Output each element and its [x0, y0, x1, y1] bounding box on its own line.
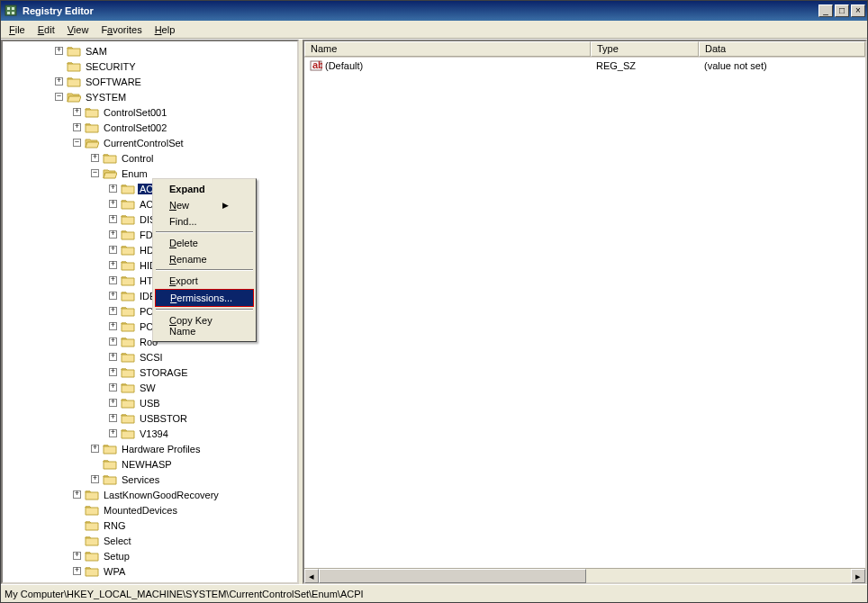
scroll-thumb[interactable]: [319, 569, 586, 583]
expand-icon[interactable]: +: [109, 200, 117, 208]
collapse-icon[interactable]: −: [91, 169, 99, 177]
column-data[interactable]: Data: [699, 41, 865, 57]
menu-edit[interactable]: Edit: [32, 22, 61, 37]
menu-help[interactable]: Help: [149, 22, 182, 37]
tree-label: NEWHASP: [120, 459, 174, 470]
spacer-icon: [73, 536, 81, 544]
statusbar: My Computer\HKEY_LOCAL_MACHINE\SYSTEM\Cu…: [1, 584, 867, 602]
tree-item-rng[interactable]: RNG: [5, 518, 297, 533]
tree-item-controlset002[interactable]: +ControlSet002: [5, 120, 297, 135]
expand-icon[interactable]: +: [109, 353, 117, 361]
expand-icon[interactable]: +: [109, 246, 117, 254]
tree-item-v1394[interactable]: +V1394: [5, 426, 297, 441]
list-body[interactable]: (Default) REG_SZ (value not set): [304, 58, 865, 568]
folder-icon: [121, 183, 135, 194]
expand-icon[interactable]: +: [37, 582, 45, 584]
expand-icon[interactable]: +: [109, 429, 117, 437]
scroll-right-button[interactable]: ▸: [851, 569, 865, 583]
folder-icon: [103, 443, 117, 454]
minimize-button[interactable]: _: [818, 4, 833, 17]
expand-icon[interactable]: +: [109, 307, 117, 315]
tree-label: USBSTOR: [138, 413, 189, 424]
scroll-left-button[interactable]: ◂: [304, 569, 319, 583]
expand-icon[interactable]: +: [73, 490, 81, 499]
expand-icon[interactable]: +: [91, 154, 99, 162]
ctx-export[interactable]: Export: [155, 273, 254, 289]
tree-item-hkey-users[interactable]: +HKEY_USERS: [5, 579, 297, 584]
tree-item-select[interactable]: Select: [5, 533, 297, 548]
maximize-button[interactable]: □: [835, 4, 849, 17]
folder-icon: [121, 366, 135, 378]
expand-icon[interactable]: +: [91, 475, 99, 483]
expand-icon[interactable]: +: [73, 123, 81, 131]
tree-label: Enum: [120, 168, 149, 179]
tree-item-usbstor[interactable]: +USBSTOR: [5, 410, 297, 426]
expand-icon[interactable]: +: [109, 399, 117, 407]
expand-icon[interactable]: +: [109, 338, 117, 346]
horizontal-scrollbar[interactable]: ◂ ▸: [304, 568, 865, 582]
menu-file[interactable]: File: [3, 22, 32, 37]
tree-item-software[interactable]: +SOFTWARE: [5, 74, 297, 89]
tree-item-currentcontrolset[interactable]: −CurrentControlSet: [5, 135, 297, 150]
ctx-rename[interactable]: Rename: [155, 251, 254, 267]
tree-item-sw[interactable]: +SW: [5, 380, 297, 395]
expand-icon[interactable]: +: [109, 368, 117, 376]
expand-icon[interactable]: +: [73, 108, 81, 116]
collapse-icon[interactable]: −: [73, 139, 81, 147]
ctx-find[interactable]: Find...: [155, 213, 254, 230]
tree-item-newhasp[interactable]: NEWHASP: [5, 456, 297, 472]
ctx-permissions[interactable]: Permissions...: [156, 290, 253, 306]
ctx-expand[interactable]: Expand: [155, 181, 254, 197]
tree-label: SW: [138, 382, 158, 393]
tree-item-controlset001[interactable]: +ControlSet001: [5, 104, 297, 120]
tree-item-services[interactable]: +Services: [5, 472, 297, 487]
expand-icon[interactable]: +: [73, 552, 81, 560]
tree-item-system[interactable]: −SYSTEM: [5, 89, 297, 104]
expand-icon[interactable]: +: [109, 414, 117, 422]
tree-item-wpa[interactable]: +WPA: [5, 563, 297, 579]
expand-icon[interactable]: +: [55, 47, 63, 55]
tree-item-scsi[interactable]: +SCSI: [5, 349, 297, 364]
ctx-copy-key-name[interactable]: Copy Key Name: [155, 312, 254, 339]
expand-icon[interactable]: +: [55, 77, 63, 86]
titlebar: Registry Editor _ □ ×: [1, 1, 867, 21]
expand-icon[interactable]: +: [109, 184, 117, 193]
cell-name: (Default): [304, 58, 591, 73]
tree-label: MountedDevices: [102, 505, 179, 516]
expand-icon[interactable]: +: [109, 276, 117, 284]
folder-icon: [121, 274, 135, 286]
menu-view[interactable]: View: [61, 22, 95, 37]
tree-item-mounteddevices[interactable]: MountedDevices: [5, 502, 297, 518]
menu-favorites[interactable]: Favorites: [95, 22, 148, 37]
ctx-new[interactable]: New▶: [155, 197, 254, 213]
close-button[interactable]: ×: [851, 4, 865, 17]
tree-item-control[interactable]: +Control: [5, 150, 297, 166]
status-path: My Computer\HKEY_LOCAL_MACHINE\SYSTEM\Cu…: [5, 589, 364, 599]
folder-icon: [103, 458, 117, 470]
tree-item-sam[interactable]: +SAM: [5, 43, 297, 58]
column-name[interactable]: Name: [304, 41, 591, 57]
table-row[interactable]: (Default) REG_SZ (value not set): [304, 58, 865, 73]
expand-icon[interactable]: +: [109, 383, 117, 392]
expand-icon[interactable]: +: [109, 215, 117, 223]
collapse-icon[interactable]: −: [55, 93, 63, 101]
expand-icon[interactable]: +: [109, 322, 117, 330]
tree-item-security[interactable]: SECURITY: [5, 58, 297, 74]
tree-item-hardware-profiles[interactable]: +Hardware Profiles: [5, 441, 297, 456]
context-menu[interactable]: Expand New▶ Find... Delete Rename Export…: [152, 178, 257, 342]
spacer-icon: [55, 62, 63, 70]
expand-icon[interactable]: +: [73, 567, 81, 575]
column-type[interactable]: Type: [591, 41, 699, 57]
tree-item-lastknowngoodrecovery[interactable]: +LastKnownGoodRecovery: [5, 487, 297, 502]
tree-item-usb[interactable]: +USB: [5, 395, 297, 410]
tree-label: USB: [138, 398, 162, 409]
folder-icon: [67, 60, 81, 72]
expand-icon[interactable]: +: [109, 292, 117, 300]
folder-icon: [85, 550, 99, 562]
tree-item-setup[interactable]: +Setup: [5, 548, 297, 563]
expand-icon[interactable]: +: [91, 445, 99, 453]
expand-icon[interactable]: +: [109, 261, 117, 269]
expand-icon[interactable]: +: [109, 230, 117, 238]
tree-item-storage[interactable]: +STORAGE: [5, 364, 297, 380]
ctx-delete[interactable]: Delete: [155, 235, 254, 251]
